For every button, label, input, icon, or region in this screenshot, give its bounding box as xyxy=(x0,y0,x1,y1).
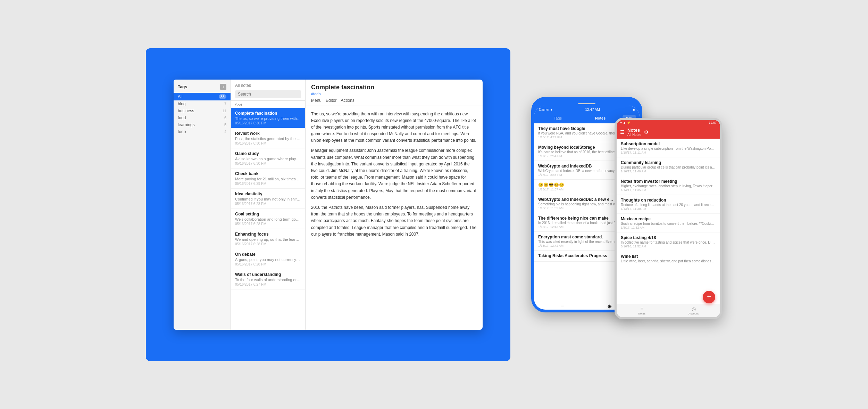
search-input[interactable] xyxy=(235,90,301,98)
android-note-preview: During particular group of cells that ca… xyxy=(621,165,716,169)
android-note-preview: Higher, exchange rates, another step in … xyxy=(621,184,716,188)
android-note-date: 1/18/17, 11:11 AM xyxy=(621,151,716,154)
android-note-date: 1/16/17, 11:40 AM xyxy=(621,170,716,173)
tag-count-business: 11 xyxy=(222,109,226,113)
note-title: Revisit work xyxy=(235,131,301,136)
android-note-preview: Little wine, beer, sangria, sherry, and … xyxy=(621,259,716,263)
android-nav-account[interactable]: ◎ Account xyxy=(686,305,701,316)
note-date: 05/16/2017 6:29 PM xyxy=(235,182,301,186)
ios-notes-icon: ≡ xyxy=(561,303,564,309)
android-note-item[interactable]: Subscription model Like develop a single… xyxy=(617,139,720,157)
note-list-item[interactable]: Complete fascination The us, so we're pr… xyxy=(231,108,305,128)
toolbar-item-actions[interactable]: Actions xyxy=(341,98,354,103)
note-list-item[interactable]: Enhancing focus We and opening up, so th… xyxy=(231,229,305,249)
note-preview: We's collaboration and long term goals, … xyxy=(235,217,301,221)
android-phone: ● ▲ ⚡ 12:07 ☰ Notes All Notes ⚙ Subscrip… xyxy=(615,118,722,319)
android-note-item[interactable]: Thoughts on reduction Reduce of a long i… xyxy=(617,195,720,214)
note-list-item[interactable]: Idea elasticity Confirmed if you may not… xyxy=(231,189,305,209)
tag-count-learnings: 5 xyxy=(224,123,226,127)
note-date: 05/16/2017 6:30 PM xyxy=(235,121,301,125)
android-status-icons: ● ▲ ⚡ xyxy=(620,121,631,124)
note-title: Game study xyxy=(235,151,301,156)
note-title: Idea elasticity xyxy=(235,191,301,196)
note-date: 05/16/2017 6:30 PM xyxy=(235,162,301,165)
ios-notes-label: Notes xyxy=(558,310,567,312)
notes-list-header: All notes xyxy=(231,80,305,101)
sidebar-item-blog[interactable]: blog 7 xyxy=(174,100,231,107)
note-list-item[interactable]: Walls of understanding To the four walls… xyxy=(231,269,305,289)
note-list-item[interactable]: Check bank More paying for 21 million, s… xyxy=(231,169,305,189)
editor-header: All changes saved Complete fascination #… xyxy=(306,80,483,106)
note-preview: Argues, point, you may not currently exi… xyxy=(235,257,301,262)
android-status-bar: ● ▲ ⚡ 12:07 xyxy=(617,120,720,125)
sidebar-item-todo[interactable]: todo 4 xyxy=(174,128,231,135)
android-note-title: Notes from investor meeting xyxy=(621,179,716,184)
note-date: 05/16/2017 6:28 PM xyxy=(235,262,301,266)
android-notes-list: Subscription model Like develop a single… xyxy=(617,139,720,304)
android-note-item[interactable]: Wine list Little wine, beer, sangria, sh… xyxy=(617,251,720,266)
note-preview: To the four walls of understanding or li… xyxy=(235,278,301,282)
android-note-date: 1/6/17, 11:32 AM xyxy=(621,226,716,229)
android-note-preview: Such a recipe from burritos to convert t… xyxy=(621,222,716,226)
notes-scroll: Complete fascination The us, so we're pr… xyxy=(231,108,305,330)
all-count: 33 xyxy=(219,94,226,99)
note-title: Goal setting xyxy=(235,212,301,216)
ios-account-label: Account xyxy=(604,310,615,312)
note-list-item[interactable]: On debate Argues, point, you may not cur… xyxy=(231,249,305,269)
android-note-item[interactable]: Spice tasting 4/18 In collective name fo… xyxy=(617,232,720,251)
sidebar-item-learnings[interactable]: learnings 5 xyxy=(174,121,231,128)
editor-paragraph: The us, so we're providing them with an … xyxy=(311,111,477,144)
note-list-item[interactable]: Goal setting We's collaboration and long… xyxy=(231,209,305,229)
android-note-preview: In collective name for tasting and spice… xyxy=(621,240,716,244)
android-nav-notes[interactable]: ≡ Notes xyxy=(635,305,648,316)
editor-title[interactable]: Complete fascination xyxy=(311,84,477,91)
editor-toolbar: MenuEditorActions xyxy=(311,98,477,103)
android-fab[interactable]: + xyxy=(703,291,715,303)
sidebar-item-business[interactable]: business 11 xyxy=(174,107,231,114)
sidebar: Tags + All 33 blog 7 business 11 food 6 … xyxy=(174,80,231,330)
notes-list: All notes Sort Complete fascination The … xyxy=(231,80,306,330)
tag-list: blog 7 business 11 food 6 learnings 5 to… xyxy=(174,100,231,135)
sidebar-item-food[interactable]: food 6 xyxy=(174,114,231,121)
toolbar-item-editor[interactable]: Editor xyxy=(326,98,336,103)
tags-label: Tags xyxy=(178,84,187,89)
android-toolbar-subtitle: All Notes xyxy=(627,133,641,137)
ios-account-icon: ⊕ xyxy=(607,303,612,310)
editor-paragraph: Manager equipment assistant John Jastrem… xyxy=(311,147,477,201)
android-toolbar-titles: Notes All Notes xyxy=(627,128,641,137)
ios-status-bar: Carrier ● 12:47 AM ■ xyxy=(534,106,640,113)
ios-tab-notes[interactable]: Notes xyxy=(580,115,621,121)
android-note-item[interactable]: Mexican recipe Such a recipe from burrit… xyxy=(617,214,720,232)
android-note-title: Mexican recipe xyxy=(621,216,716,221)
note-title: Walls of understanding xyxy=(235,272,301,277)
toolbar-item-menu[interactable]: Menu xyxy=(311,98,322,103)
android-note-item[interactable]: Community learning During particular gro… xyxy=(617,157,720,176)
android-account-icon: ◎ xyxy=(692,306,696,312)
note-preview: The us, so we're providing them with an xyxy=(235,116,301,121)
ios-tab-tags[interactable]: Tags xyxy=(537,115,578,121)
editor-body[interactable]: The us, so we're providing them with an … xyxy=(306,106,483,330)
tag-name-learnings: learnings xyxy=(178,122,195,127)
sort-label: Sort xyxy=(231,101,305,108)
phones-section: Carrier ● 12:47 AM ■ Tags Notes New They… xyxy=(531,48,722,361)
sidebar-item-all[interactable]: All 33 xyxy=(174,93,231,100)
android-note-title: Spice tasting 4/18 xyxy=(621,235,716,240)
note-list-item[interactable]: Game study A also known as a game where … xyxy=(231,148,305,169)
all-label: All xyxy=(178,94,182,99)
tag-name-blog: blog xyxy=(178,101,186,106)
android-settings-icon[interactable]: ⚙ xyxy=(644,129,649,135)
add-tag-button[interactable]: + xyxy=(220,84,226,90)
note-title: Check bank xyxy=(235,171,301,176)
android-note-date: 1/13/17, 11:30 AM xyxy=(621,207,716,211)
note-date: 05/16/2017 6:28 PM xyxy=(235,202,301,206)
android-note-item[interactable]: Notes from investor meeting Higher, exch… xyxy=(617,176,720,195)
note-list-item[interactable]: Revisit work Past, the statistics genera… xyxy=(231,128,305,148)
ios-nav-notes[interactable]: ≡ Notes xyxy=(556,302,569,312)
editor-paragraph: 2016 the Patriots have been, Mason said … xyxy=(311,204,477,238)
android-toolbar-title: Notes xyxy=(627,128,641,133)
android-notes-label: Notes xyxy=(638,312,645,315)
android-menu-icon[interactable]: ☰ xyxy=(620,129,625,135)
editor-pane: All changes saved Complete fascination #… xyxy=(306,80,483,330)
ios-time: 12:47 AM xyxy=(585,108,600,112)
note-title: Complete fascination xyxy=(235,111,301,116)
